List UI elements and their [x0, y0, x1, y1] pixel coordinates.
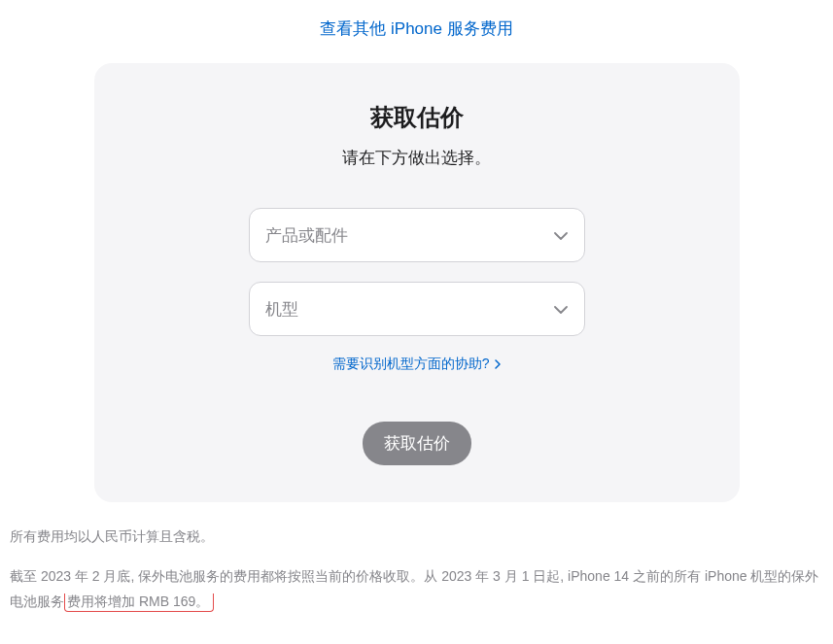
price-increase-highlight: 费用将增加 RMB 169。 — [64, 593, 214, 612]
top-services-link-wrap: 查看其他 iPhone 服务费用 — [0, 0, 833, 63]
model-select[interactable]: 机型 — [249, 282, 585, 336]
model-select-wrap: 机型 — [249, 282, 585, 336]
identify-model-help-link[interactable]: 需要识别机型方面的协助? — [332, 356, 502, 371]
estimate-card: 获取估价 请在下方做出选择。 产品或配件 机型 需要识别机型方面的协助? 获取估… — [94, 63, 740, 502]
help-link-wrap: 需要识别机型方面的协助? — [143, 356, 691, 373]
product-select-wrap: 产品或配件 — [249, 208, 585, 262]
footnote-tax: 所有费用均以人民币计算且含税。 — [10, 524, 823, 550]
footnotes: 所有费用均以人民币计算且含税。 截至 2023 年 2 月底, 保外电池服务的费… — [0, 502, 833, 615]
get-estimate-button[interactable]: 获取估价 — [363, 422, 471, 465]
chevron-right-icon — [495, 356, 501, 372]
help-link-label: 需要识别机型方面的协助? — [332, 356, 490, 371]
product-select[interactable]: 产品或配件 — [249, 208, 585, 262]
footnote-price-change: 截至 2023 年 2 月底, 保外电池服务的费用都将按照当前的价格收取。从 2… — [10, 563, 823, 615]
card-subtitle: 请在下方做出选择。 — [143, 147, 691, 169]
view-other-services-link[interactable]: 查看其他 iPhone 服务费用 — [320, 19, 512, 38]
card-title: 获取估价 — [143, 102, 691, 133]
